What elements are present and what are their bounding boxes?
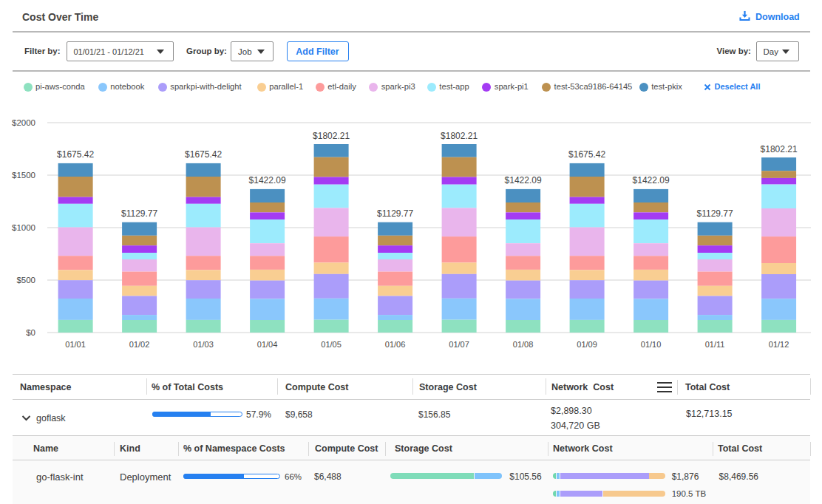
svg-text:01/02: 01/02 [129,340,150,349]
svg-text:$2000: $2000 [12,118,35,127]
svg-text:$1422.09: $1422.09 [633,175,670,185]
svg-text:$1422.09: $1422.09 [505,175,542,185]
svg-text:$1675.42: $1675.42 [185,149,222,160]
svg-text:01/12: 01/12 [769,340,789,349]
svg-text:$0: $0 [26,328,35,337]
svg-text:$1802.21: $1802.21 [761,144,798,154]
svg-text:$1129.77: $1129.77 [121,208,157,219]
svg-text:01/09: 01/09 [577,340,597,349]
svg-text:$1500: $1500 [12,171,35,180]
svg-text:$1802.21: $1802.21 [313,131,350,141]
svg-text:01/04: 01/04 [257,340,278,349]
svg-text:01/03: 01/03 [193,340,214,349]
svg-text:01/07: 01/07 [449,340,469,349]
svg-text:$1129.77: $1129.77 [697,208,733,219]
svg-text:$1422.09: $1422.09 [249,175,286,185]
svg-text:$1129.77: $1129.77 [377,208,413,219]
svg-text:01/11: 01/11 [705,340,725,349]
svg-text:$1675.42: $1675.42 [568,149,605,160]
svg-text:01/05: 01/05 [321,340,342,349]
svg-text:$1000: $1000 [12,223,35,232]
svg-text:$1802.21: $1802.21 [441,131,478,141]
svg-text:01/06: 01/06 [385,340,406,349]
svg-text:01/01: 01/01 [65,340,86,349]
svg-text:$500: $500 [16,276,35,285]
svg-text:01/10: 01/10 [641,340,662,349]
svg-text:01/08: 01/08 [513,340,534,349]
svg-text:$1675.42: $1675.42 [57,149,94,160]
